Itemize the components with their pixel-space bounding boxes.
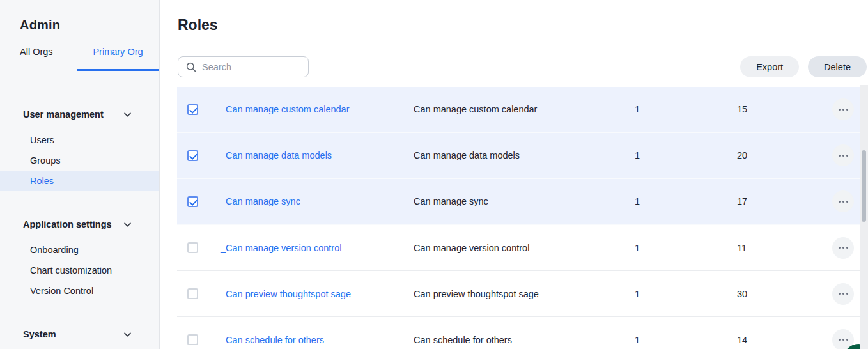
org-tabs: All Orgs Primary Org (0, 47, 159, 71)
section-header-system[interactable]: System (0, 323, 159, 346)
role-description: Can preview thoughtspot sage (414, 289, 635, 299)
role-description: Can schedule for others (414, 335, 635, 345)
role-count1: 1 (635, 289, 737, 299)
role-count2: 14 (737, 335, 826, 345)
row-menu-button[interactable] (832, 144, 854, 166)
section-header-application-settings[interactable]: Application settings (0, 213, 159, 236)
chevron-down-icon (124, 332, 131, 337)
role-name-link[interactable]: _Can manage data models (221, 150, 414, 160)
role-name-link[interactable]: _Can schedule for others (221, 335, 414, 345)
section-label: User management (23, 109, 104, 120)
role-count2: 20 (737, 150, 826, 160)
section-label: Application settings (23, 219, 112, 229)
role-count2: 15 (737, 104, 826, 114)
row-checkbox-unchecked[interactable] (187, 242, 198, 253)
role-description: Can manage version control (414, 243, 635, 253)
row-checkbox-unchecked[interactable] (187, 288, 198, 299)
sidebar-item-version-control[interactable]: Version Control (0, 281, 159, 301)
section-items: Onboarding Chart customization Version C… (0, 240, 159, 301)
section-application-settings: Application settings Onboarding Chart cu… (0, 213, 159, 301)
tab-all-orgs[interactable]: All Orgs (20, 47, 77, 71)
role-count2: 11 (737, 243, 826, 253)
chevron-down-icon (124, 222, 131, 227)
role-count1: 1 (635, 196, 737, 206)
row-menu-button[interactable] (832, 98, 854, 120)
role-count2: 30 (737, 289, 826, 299)
scrollbar-thumb[interactable] (862, 150, 866, 222)
section-label: System (23, 329, 56, 339)
table-row: _Can manage version control Can manage v… (177, 225, 860, 271)
section-header-user-management[interactable]: User management (0, 103, 159, 126)
row-checkbox-checked[interactable] (187, 196, 198, 207)
page-title: Roles (178, 17, 868, 34)
role-count1: 1 (635, 150, 737, 160)
role-count1: 1 (635, 104, 737, 114)
tab-primary-org[interactable]: Primary Org (77, 47, 159, 71)
sidebar-item-users[interactable]: Users (0, 130, 159, 150)
row-checkbox-checked[interactable] (187, 150, 198, 161)
toolbar: Export Delete (178, 56, 867, 77)
table-row: _Can preview thoughtspot sage Can previe… (177, 271, 860, 317)
sidebar-item-groups[interactable]: Groups (0, 150, 159, 171)
row-menu-button[interactable] (832, 237, 854, 259)
sidebar-item-chart-customization[interactable]: Chart customization (0, 260, 159, 281)
chevron-down-icon (124, 112, 131, 117)
row-checkbox-checked[interactable] (187, 104, 198, 115)
role-name-link[interactable]: _Can manage custom calendar (221, 104, 414, 114)
role-name-link[interactable]: _Can preview thoughtspot sage (221, 289, 414, 299)
roles-table: _Can manage custom calendar Can manage c… (177, 87, 860, 349)
sidebar-item-onboarding[interactable]: Onboarding (0, 240, 159, 260)
role-name-link[interactable]: _Can manage sync (221, 196, 414, 206)
scrollbar-track[interactable] (860, 85, 868, 349)
section-items: Users Groups Roles (0, 130, 159, 191)
sidebar-title: Admin (20, 18, 159, 33)
export-button[interactable]: Export (740, 56, 799, 77)
table-row: _Can manage custom calendar Can manage c… (177, 87, 860, 133)
search-box[interactable] (178, 56, 309, 77)
table-row: _Can schedule for others Can schedule fo… (177, 317, 860, 349)
role-count1: 1 (635, 243, 737, 253)
row-menu-button[interactable] (832, 190, 854, 212)
section-system: System (0, 323, 159, 346)
role-description: Can manage custom calendar (414, 104, 635, 114)
role-description: Can manage data models (414, 150, 635, 160)
role-count2: 17 (737, 196, 826, 206)
delete-button[interactable]: Delete (808, 56, 867, 77)
role-count1: 1 (635, 335, 737, 345)
table-row: _Can manage data models Can manage data … (177, 133, 860, 179)
row-menu-button[interactable] (832, 283, 854, 305)
row-checkbox-unchecked[interactable] (187, 334, 198, 345)
section-user-management: User management Users Groups Roles (0, 103, 159, 191)
search-icon (186, 62, 196, 72)
main-content: Roles Export Delete _Can manage custom c… (160, 0, 868, 349)
sidebar-item-roles[interactable]: Roles (0, 171, 159, 191)
admin-screen: Admin All Orgs Primary Org User manageme… (0, 0, 868, 349)
search-input[interactable] (202, 62, 298, 72)
admin-sidebar: Admin All Orgs Primary Org User manageme… (0, 0, 160, 349)
table-row: _Can manage sync Can manage sync 1 17 (177, 179, 860, 225)
role-description: Can manage sync (414, 196, 635, 206)
role-name-link[interactable]: _Can manage version control (221, 243, 414, 253)
